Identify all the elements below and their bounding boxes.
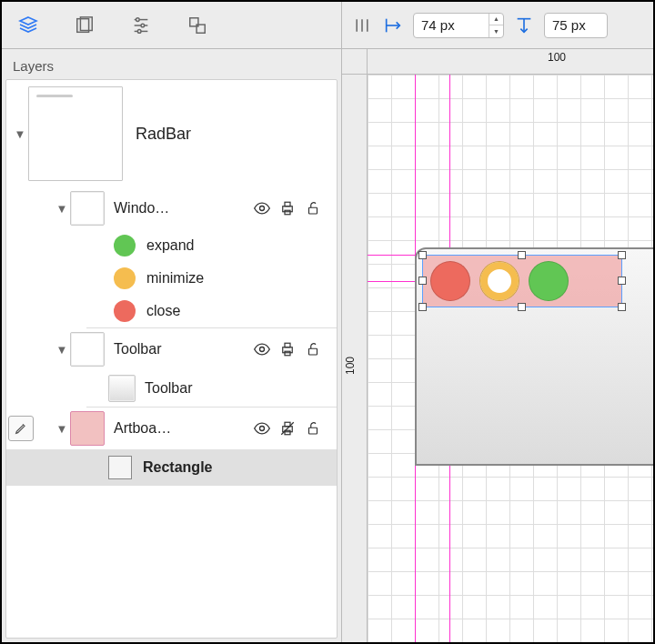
- close-button-shape[interactable]: [430, 261, 470, 301]
- layer-actions: [253, 199, 329, 217]
- layer-row-toolbar-item[interactable]: Toolbar: [6, 370, 337, 407]
- svg-point-20: [260, 427, 265, 431]
- x-position-icon: [382, 15, 404, 36]
- align-icon[interactable]: [351, 15, 373, 36]
- y-position-icon: [513, 15, 535, 36]
- layers-tab-icon[interactable]: [15, 12, 42, 39]
- disclosure-arrow-icon[interactable]: ▼: [55, 422, 68, 435]
- expand-button-shape[interactable]: [529, 261, 569, 301]
- x-position-input[interactable]: ▲▼: [413, 13, 504, 38]
- horizontal-ruler[interactable]: 100: [368, 49, 653, 75]
- resize-handle[interactable]: [518, 303, 526, 311]
- resize-handle[interactable]: [418, 303, 427, 311]
- canvas[interactable]: [368, 75, 653, 642]
- svg-rect-14: [309, 207, 317, 214]
- layer-row-artboard[interactable]: ▼ Artboa…: [6, 408, 337, 449]
- layer-label: Windo…: [114, 200, 253, 216]
- layer-thumbnail: [70, 332, 105, 367]
- svg-point-10: [260, 206, 265, 211]
- layer-row-toolbar-group[interactable]: ▼ Toolbar: [6, 328, 337, 370]
- resize-handle[interactable]: [418, 251, 427, 259]
- ruler-label: 100: [344, 357, 357, 375]
- layer-row-expand[interactable]: expand: [6, 229, 337, 262]
- print-disabled-icon[interactable]: [278, 419, 297, 438]
- layer-row-minimize[interactable]: minimize: [6, 262, 337, 295]
- layer-thumbnail: [108, 375, 136, 402]
- traffic-light-green-icon: [114, 235, 136, 257]
- svg-rect-13: [285, 210, 290, 215]
- layer-actions: [253, 340, 329, 358]
- layer-row-window[interactable]: ▼ Windo…: [6, 187, 337, 229]
- svg-point-5: [141, 24, 145, 27]
- svg-point-3: [136, 17, 140, 21]
- x-position-field[interactable]: [414, 17, 489, 33]
- print-icon[interactable]: [278, 340, 297, 358]
- sidebar-tabstrip: [2, 2, 341, 49]
- inspector-toolbar: ▲▼: [342, 2, 653, 49]
- layer-label: Rectangle: [143, 459, 329, 476]
- layer-label: RadBar: [136, 125, 329, 144]
- layer-label: minimize: [146, 270, 329, 287]
- print-icon[interactable]: [278, 199, 297, 217]
- svg-rect-19: [309, 348, 317, 355]
- svg-point-7: [137, 29, 141, 33]
- layer-actions: [253, 419, 329, 438]
- app-window: Layers ▼ RadBar ▼ Windo…: [0, 0, 655, 644]
- layer-label: Toolbar: [114, 341, 253, 357]
- y-position-input[interactable]: [544, 13, 608, 38]
- ruler-corner: [342, 49, 368, 75]
- traffic-light-red-icon: [114, 300, 136, 322]
- svg-rect-17: [285, 343, 290, 347]
- layer-tree: ▼ RadBar ▼ Windo… expand: [5, 79, 338, 639]
- disclosure-arrow-icon[interactable]: ▼: [55, 343, 68, 356]
- y-position-field[interactable]: [545, 17, 594, 33]
- layer-label: Toolbar: [145, 380, 329, 397]
- lock-open-icon[interactable]: [304, 199, 322, 217]
- svg-rect-12: [285, 202, 290, 206]
- disclosure-arrow-icon[interactable]: ▼: [55, 202, 68, 215]
- canvas-wrap: 100 100: [342, 49, 653, 642]
- svg-rect-25: [309, 428, 317, 434]
- components-tab-icon[interactable]: [184, 12, 211, 39]
- step-down-icon[interactable]: ▼: [489, 25, 503, 38]
- pages-tab-icon[interactable]: [71, 12, 98, 39]
- resize-handle[interactable]: [618, 303, 626, 311]
- lock-open-icon[interactable]: [304, 340, 322, 358]
- layer-row-radbar[interactable]: ▼ RadBar: [6, 80, 337, 187]
- visibility-icon[interactable]: [253, 419, 271, 438]
- left-sidebar: Layers ▼ RadBar ▼ Windo…: [2, 2, 342, 642]
- selection-bounds[interactable]: [422, 255, 622, 307]
- minimize-button-shape[interactable]: [479, 261, 519, 301]
- visibility-icon[interactable]: [253, 199, 271, 217]
- layer-label: Artboa…: [114, 420, 253, 437]
- lock-open-icon[interactable]: [304, 419, 322, 438]
- layer-thumbnail: [70, 411, 105, 446]
- resize-handle[interactable]: [618, 277, 626, 285]
- layer-label: expand: [146, 237, 329, 254]
- resize-handle[interactable]: [518, 251, 526, 259]
- layer-label: close: [146, 303, 329, 319]
- panel-title: Layers: [2, 49, 341, 79]
- settings-tab-icon[interactable]: [127, 12, 155, 39]
- disclosure-arrow-icon[interactable]: ▼: [14, 127, 26, 140]
- layer-thumbnail: [70, 191, 105, 226]
- visibility-icon[interactable]: [253, 340, 271, 358]
- layer-row-rectangle[interactable]: Rectangle: [6, 449, 337, 486]
- layer-thumbnail: [28, 86, 123, 181]
- resize-handle[interactable]: [618, 251, 626, 259]
- step-up-icon[interactable]: ▲: [489, 13, 503, 26]
- ruler-label: 100: [548, 51, 566, 64]
- svg-rect-16: [283, 347, 293, 353]
- x-stepper[interactable]: ▲▼: [489, 13, 503, 38]
- svg-point-15: [260, 347, 265, 352]
- traffic-light-yellow-icon: [114, 267, 136, 289]
- layer-thumbnail: [108, 456, 132, 479]
- svg-rect-11: [283, 206, 293, 212]
- resize-handle[interactable]: [418, 277, 427, 285]
- canvas-area: ▲▼ 100 100: [342, 2, 653, 642]
- svg-rect-18: [285, 351, 290, 356]
- layer-row-close[interactable]: close: [6, 295, 337, 327]
- vertical-ruler[interactable]: 100: [342, 75, 368, 642]
- edit-pencil-icon[interactable]: [8, 416, 34, 441]
